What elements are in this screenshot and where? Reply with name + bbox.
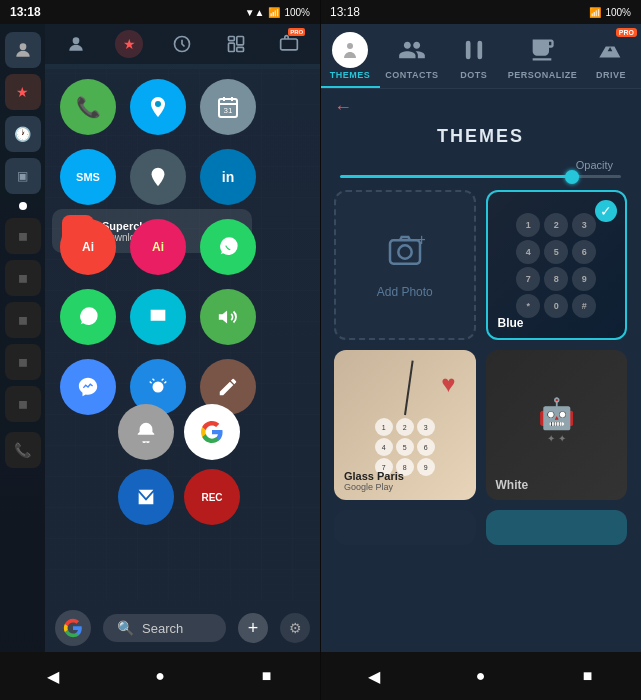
top-nav-star[interactable]: ★ bbox=[115, 30, 143, 58]
app-calendar[interactable]: 31 bbox=[200, 79, 256, 135]
google-phone-icon[interactable] bbox=[55, 610, 91, 646]
glass-paris-label-group: Glass Paris Google Play bbox=[344, 470, 404, 492]
app-rec[interactable]: REC bbox=[184, 469, 240, 525]
opacity-row: Opacity bbox=[320, 155, 641, 190]
glass-paris-card[interactable]: ♥ 1 2 3 4 5 6 7 8 bbox=[334, 350, 476, 500]
opacity-label: Opacity bbox=[340, 159, 621, 171]
app-maps[interactable] bbox=[130, 149, 186, 205]
drive-tab-icon bbox=[593, 32, 629, 68]
pro-badge-left: PRO bbox=[288, 28, 305, 36]
recent-button-right[interactable]: ■ bbox=[573, 661, 603, 691]
svg-point-14 bbox=[347, 43, 353, 49]
add-photo-label: Add Photo bbox=[377, 285, 433, 299]
sidebar-icon-phone[interactable]: 📞 bbox=[5, 432, 41, 468]
right-phone-panel: 13:18 📶 100% THEMES CONTACTS DOTS bbox=[320, 0, 641, 700]
themes-title: THEMES bbox=[320, 122, 641, 155]
sidebar-icon-8[interactable]: ◼ bbox=[5, 344, 41, 380]
dialpad-9: 9 bbox=[572, 267, 596, 291]
top-nav-clock[interactable] bbox=[168, 30, 196, 58]
app-phone[interactable]: 📞 bbox=[60, 79, 116, 135]
sidebar-icon-user[interactable] bbox=[5, 32, 41, 68]
signal-icon: ▼▲ bbox=[245, 7, 265, 18]
app-whatsapp[interactable] bbox=[200, 219, 256, 275]
svg-rect-6 bbox=[237, 47, 244, 51]
status-icons-left: ▼▲ 📶 100% bbox=[245, 7, 310, 18]
back-arrow[interactable]: ← bbox=[334, 97, 352, 118]
svg-text:+: + bbox=[416, 232, 424, 249]
tab-drive[interactable]: DRIVE PRO bbox=[581, 24, 641, 88]
tab-themes[interactable]: THEMES bbox=[320, 24, 380, 88]
themes-tab-icon bbox=[332, 32, 368, 68]
app-sms[interactable]: SMS bbox=[60, 149, 116, 205]
svg-point-1 bbox=[72, 37, 79, 44]
top-nav-pro[interactable]: PRO bbox=[275, 30, 303, 58]
dialpad-row-3: 7 8 9 bbox=[516, 267, 596, 291]
top-nav-user[interactable] bbox=[62, 30, 90, 58]
svg-point-8 bbox=[155, 101, 161, 107]
dialpad-7: 7 bbox=[516, 267, 540, 291]
app-messages[interactable] bbox=[130, 289, 186, 345]
back-button-right[interactable]: ◀ bbox=[359, 661, 389, 691]
clock-icon: 🕐 bbox=[14, 126, 31, 142]
tab-dots[interactable]: DOTS bbox=[444, 24, 504, 88]
app-waze[interactable] bbox=[130, 79, 186, 135]
sidebar-icon-4[interactable]: ▣ bbox=[5, 158, 41, 194]
tab-contacts[interactable]: CONTACTS bbox=[380, 24, 444, 88]
wifi-icon-right: 📶 bbox=[589, 7, 601, 18]
svg-rect-7 bbox=[281, 39, 298, 50]
app-linkedin[interactable]: in bbox=[200, 149, 256, 205]
bottom-nav-right: ◀ ● ■ bbox=[320, 652, 641, 700]
search-label: Search bbox=[142, 621, 183, 636]
sidebar-icon-9[interactable]: ◼ bbox=[5, 386, 41, 422]
white-theme-card[interactable]: 🤖 ✦ ✦ White bbox=[486, 350, 628, 500]
app-bell[interactable] bbox=[118, 404, 174, 460]
app-google[interactable] bbox=[184, 404, 240, 460]
app-icon-6: ◼ bbox=[18, 271, 28, 285]
settings-icon: ⚙ bbox=[289, 620, 302, 636]
status-bar-right: 13:18 📶 100% bbox=[320, 0, 641, 24]
svg-rect-3 bbox=[228, 37, 234, 41]
add-button[interactable]: + bbox=[238, 613, 268, 643]
app-speaker[interactable] bbox=[200, 289, 256, 345]
white-theme-robot: 🤖 ✦ ✦ bbox=[538, 396, 575, 444]
app-icon-8: ◼ bbox=[18, 355, 28, 369]
app-ai2[interactable]: Ai bbox=[130, 219, 186, 275]
left-top-nav: ★ PRO bbox=[45, 24, 320, 64]
add-photo-card[interactable]: + Add Photo bbox=[334, 190, 476, 340]
sidebar-icon-6[interactable]: ◼ bbox=[5, 260, 41, 296]
battery-right: 100% bbox=[605, 7, 631, 18]
app-icon-5: ◼ bbox=[18, 229, 28, 243]
home-button-right[interactable]: ● bbox=[466, 661, 496, 691]
top-nav-app[interactable] bbox=[222, 30, 250, 58]
blue-theme-card[interactable]: 1 2 3 4 5 6 7 8 9 * 0 # bbox=[486, 190, 628, 340]
star-icon: ★ bbox=[16, 84, 29, 100]
sidebar-icon-clock[interactable]: 🕐 bbox=[5, 116, 41, 152]
tab-personalize[interactable]: PERSONALIZE bbox=[504, 24, 581, 88]
bottom-app-row: REC bbox=[118, 469, 240, 525]
search-bar[interactable]: 🔍 Search bbox=[103, 614, 226, 642]
sidebar-icon-star[interactable]: ★ bbox=[5, 74, 41, 110]
personalize-tab-icon bbox=[524, 32, 560, 68]
app-ai[interactable]: Ai bbox=[60, 219, 116, 275]
svg-rect-4 bbox=[228, 43, 234, 51]
app-whatsapp2[interactable] bbox=[60, 289, 116, 345]
sidebar-icon-5[interactable]: ◼ bbox=[5, 218, 41, 254]
dialpad-row-4: * 0 # bbox=[516, 294, 596, 318]
dialpad-5: 5 bbox=[544, 240, 568, 264]
opacity-slider-thumb[interactable] bbox=[565, 170, 579, 184]
home-button-left[interactable]: ● bbox=[145, 661, 175, 691]
opacity-slider-track[interactable] bbox=[340, 175, 621, 178]
g-dialpad-2: 2 bbox=[396, 418, 414, 436]
dialpad-3: 3 bbox=[572, 213, 596, 237]
settings-button[interactable]: ⚙ bbox=[280, 613, 310, 643]
app-email[interactable] bbox=[118, 469, 174, 525]
dialpad-row-2: 4 5 6 bbox=[516, 240, 596, 264]
time-right: 13:18 bbox=[330, 5, 360, 19]
sidebar-icon-7[interactable]: ◼ bbox=[5, 302, 41, 338]
recent-button-left[interactable]: ■ bbox=[252, 661, 282, 691]
themes-tab-label: THEMES bbox=[330, 70, 371, 80]
app-icon-9: ◼ bbox=[18, 397, 28, 411]
app-messenger[interactable] bbox=[60, 359, 116, 415]
dot-indicator bbox=[19, 202, 27, 210]
back-button-left[interactable]: ◀ bbox=[38, 661, 68, 691]
